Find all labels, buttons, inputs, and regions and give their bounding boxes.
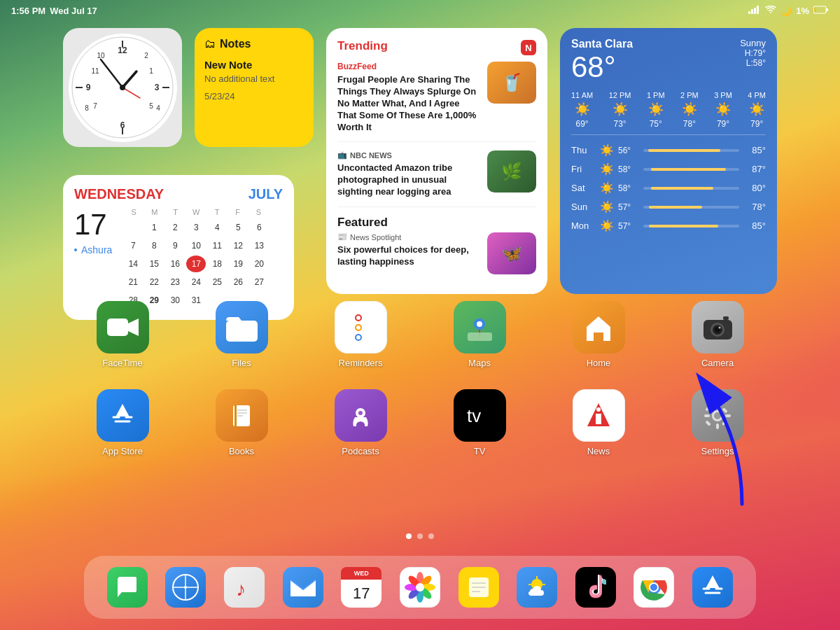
home-icon <box>573 301 625 354</box>
svg-text:2: 2 <box>144 52 148 59</box>
news-item-2-text: 📺 NBC NEWS Uncontacted Amazon tribe phot… <box>337 150 480 198</box>
weather-hour-5-icon: ☀️ <box>749 102 764 117</box>
camera-label: Camera <box>701 358 734 368</box>
page-dot-3 <box>428 533 434 539</box>
calendar-widget[interactable]: WEDNESDAY JULY 17 Ashura S M T W T F <box>63 175 294 320</box>
signal-icon <box>748 6 761 16</box>
app-files[interactable]: Files <box>206 301 276 368</box>
forecast-sun: Sun ☀️ 57° 78° <box>571 197 766 216</box>
dock: ♪ WED 17 <box>84 556 756 619</box>
weather-hourly: 11 AM ☀️ 69° 12 PM ☀️ 73° 1 PM ☀️ 75° 2 … <box>571 91 766 129</box>
dock-calendar[interactable]: WED 17 <box>341 567 382 608</box>
notes-header: 🗂 Notes <box>204 38 304 50</box>
app-row-1: FaceTime Files <box>63 301 777 368</box>
dock-weather-icon <box>517 567 557 608</box>
app-appstore[interactable]: App Store <box>88 389 158 456</box>
notes-date: 5/23/24 <box>204 91 304 102</box>
app-books[interactable]: Books <box>206 389 276 456</box>
clock-widget[interactable]: 12 3 6 9 2 10 4 8 1 11 5 7 <box>63 28 182 147</box>
apps-area: FaceTime Files <box>63 301 777 477</box>
svg-rect-5 <box>827 8 829 11</box>
app-settings[interactable]: Settings <box>682 389 752 456</box>
app-camera[interactable]: Camera <box>682 301 752 368</box>
weather-hour-1-time: 12 PM <box>609 91 631 99</box>
calendar-day-number: 17 <box>74 208 112 241</box>
weather-hour-4-time: 3 PM <box>714 91 732 99</box>
weather-temp: 68° <box>571 50 633 84</box>
app-tv[interactable]: tv TV <box>444 389 514 456</box>
app-maps[interactable]: Maps <box>444 301 514 368</box>
news-headline-2: Uncontacted Amazon tribe photographed in… <box>337 162 480 198</box>
news-featured-headline: Six powerful choices for deep, lasting h… <box>337 244 480 268</box>
svg-point-69 <box>184 586 187 589</box>
news-featured-source: 📰 News Spotlight <box>337 232 480 241</box>
news-source-2: 📺 NBC NEWS <box>337 150 480 160</box>
svg-rect-57 <box>704 414 710 417</box>
svg-rect-2 <box>754 8 756 14</box>
app-podcasts[interactable]: Podcasts <box>326 389 396 456</box>
calendar-event-name: Ashura <box>81 244 112 255</box>
forecast-mon: Mon ☀️ 57° 85° <box>571 216 766 235</box>
dock-tiktok[interactable] <box>575 567 616 608</box>
dock-appstore[interactable] <box>692 567 733 608</box>
notes-widget[interactable]: 🗂 Notes New Note No additional text 5/23… <box>195 28 314 147</box>
svg-text:11: 11 <box>91 67 99 75</box>
svg-rect-33 <box>468 332 492 341</box>
dock-messages[interactable] <box>107 567 148 608</box>
news-source-1: BuzzFeed <box>337 62 480 71</box>
weather-hour-2-temp: 75° <box>650 119 662 129</box>
weather-hour-1: 12 PM ☀️ 73° <box>609 91 631 129</box>
status-right: 🌙 1% <box>748 6 829 16</box>
news-item-2[interactable]: 📺 NBC NEWS Uncontacted Amazon tribe phot… <box>337 150 536 207</box>
app-reminders[interactable]: Reminders <box>326 301 396 368</box>
news-featured-item[interactable]: 📰 News Spotlight Six powerful choices fo… <box>337 232 536 283</box>
news-item-1[interactable]: BuzzFeed Frugal People Are Sharing The T… <box>337 62 536 142</box>
notes-note-body: No additional text <box>204 74 304 84</box>
files-icon <box>216 301 268 354</box>
camera-icon <box>692 301 744 354</box>
news-featured-text: 📰 News Spotlight Six powerful choices fo… <box>337 232 480 274</box>
weather-city: Santa Clara <box>571 38 633 50</box>
weather-hour-3-icon: ☀️ <box>682 102 697 117</box>
news-label: News <box>587 446 610 456</box>
weather-hour-2: 1 PM ☀️ 75° <box>647 91 665 129</box>
svg-text:10: 10 <box>97 52 105 59</box>
notes-folder-icon: 🗂 <box>204 38 216 50</box>
dock-photos-icon <box>400 567 440 608</box>
svg-rect-28 <box>107 318 128 336</box>
dock-photos[interactable] <box>400 567 440 608</box>
dock-notes-icon <box>458 567 499 608</box>
weather-widget[interactable]: Santa Clara 68° Sunny H:79° L:58° 11 AM … <box>560 28 777 294</box>
event-dot <box>74 248 77 251</box>
svg-marker-34 <box>587 316 610 341</box>
svg-text:7: 7 <box>93 102 97 110</box>
weather-low: L:58° <box>740 58 766 68</box>
calendar-grid-header: S M T W T F S <box>123 208 269 216</box>
calendar-month: JULY <box>248 186 283 202</box>
page-dot-2 <box>417 533 423 539</box>
weather-hour-0-icon: ☀️ <box>575 102 590 117</box>
dock-weather[interactable] <box>517 567 557 608</box>
reminders-icon <box>335 301 387 354</box>
svg-marker-29 <box>128 318 139 336</box>
weather-high: H:79° <box>740 48 766 58</box>
dock-mail-icon <box>283 567 323 608</box>
app-facetime[interactable]: FaceTime <box>88 301 158 368</box>
dock-music[interactable]: ♪ <box>224 567 265 608</box>
dock-notes[interactable] <box>458 567 499 608</box>
dock-chrome[interactable] <box>634 567 674 608</box>
svg-point-54 <box>714 412 721 419</box>
app-home[interactable]: Home <box>564 301 634 368</box>
svg-text:4: 4 <box>156 104 160 112</box>
app-news[interactable]: News <box>564 389 634 456</box>
svg-text:1: 1 <box>149 67 153 75</box>
dock-mail[interactable] <box>283 567 323 608</box>
status-bar: 1:56 PM Wed Jul 17 🌙 1% <box>0 0 840 21</box>
dock-safari[interactable] <box>165 567 206 608</box>
news-icon <box>573 389 625 442</box>
news-widget[interactable]: Trending N BuzzFeed Frugal People Are Sh… <box>326 28 547 294</box>
svg-point-39 <box>718 326 720 328</box>
svg-text:♪: ♪ <box>236 578 246 600</box>
tv-label: TV <box>474 446 486 456</box>
weather-hour-5-temp: 79° <box>750 119 763 129</box>
